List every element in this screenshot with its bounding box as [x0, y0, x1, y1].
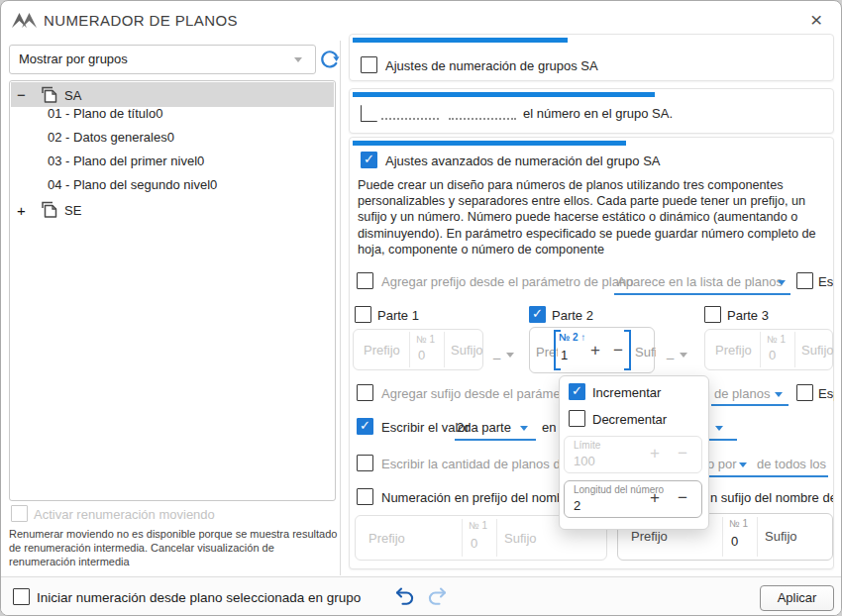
separator-value: _ [667, 345, 674, 359]
prefix-param-chevron-down-icon[interactable] [778, 280, 786, 285]
incr-decr-progress-bar [353, 92, 655, 97]
name-prefix-checkbox[interactable] [357, 488, 373, 505]
advanced-label: Ajustes avanzados de numeración del grup… [385, 154, 661, 168]
tree-item-sheet[interactable]: 04 - Plano del segundo nivel0 [48, 177, 217, 192]
limit-input[interactable]: 100 [574, 454, 595, 468]
write-value-chevron-down-icon[interactable] [520, 426, 528, 431]
separator-chevron-down-icon[interactable] [680, 353, 687, 358]
part1-suffix-input[interactable]: Sufijo [451, 343, 483, 358]
write-count-chevron-down-icon[interactable] [739, 462, 747, 467]
part3-label: Parte 3 [727, 308, 769, 323]
part3-prefix-input[interactable]: Prefijo [715, 343, 752, 358]
tree-group-se-label[interactable]: SE [64, 203, 81, 218]
tree-expander-se[interactable]: + [17, 202, 26, 219]
bottom-left-number-input[interactable]: 0 [471, 536, 477, 551]
limit-plus-button[interactable]: + [650, 444, 660, 463]
group-numbering-progress-bar [353, 38, 568, 43]
suffix-param-chevron-down-icon[interactable] [775, 392, 783, 397]
redo-icon[interactable] [425, 584, 449, 608]
limit-minus-button[interactable]: − [678, 444, 687, 463]
field-divider [760, 332, 761, 367]
tree-group-sa-label[interactable]: SA [64, 88, 81, 103]
move-renumber-checkbox[interactable] [11, 505, 28, 522]
write-count-checkbox[interactable] [357, 455, 373, 471]
part2-minus-button[interactable]: − [613, 341, 623, 360]
bottom-right-number-label: № 1 [729, 518, 748, 529]
prefix-param-extra-label: Es [818, 274, 833, 289]
part1-number-label: № 1 [416, 334, 435, 345]
write-value-dropdown[interactable]: 2da parte [457, 420, 511, 435]
bottom-right-suffix-input[interactable]: Sufijo [765, 529, 797, 544]
field-divider [496, 519, 497, 557]
view-mode-chevron-down-icon[interactable] [294, 57, 302, 62]
suffix-param-dropdown[interactable]: de planos [714, 386, 770, 401]
start-from-selected-checkbox[interactable] [13, 588, 30, 605]
part2-number-label: № 2 ↑ [559, 332, 585, 343]
number-length-plus-button[interactable]: + [650, 488, 660, 508]
refresh-icon[interactable] [317, 48, 342, 72]
part3-suffix-input[interactable]: Sufijo [801, 343, 834, 358]
tree-item-sheet[interactable]: 01 - Plano de título0 [48, 106, 162, 121]
part2-plus-button[interactable]: + [590, 341, 600, 360]
add-prefix-param-label: Agregar prefijo desde el parámetro de pl… [381, 274, 633, 289]
apply-button[interactable]: Aplicar [760, 585, 834, 611]
incr-decr-checkbox[interactable] [361, 105, 377, 122]
field-divider [722, 517, 723, 557]
app-logo-icon [11, 10, 38, 32]
prefix-param-dropdown[interactable]: Aparece en la lista de planos [617, 274, 783, 289]
part3-number-input[interactable]: 0 [769, 348, 776, 362]
part3-checkbox[interactable] [704, 306, 721, 323]
part1-checkbox[interactable] [355, 306, 371, 323]
suffix-param-extra-checkbox[interactable] [796, 384, 813, 401]
part1-label: Parte 1 [377, 308, 419, 323]
limit-label: Límite [574, 440, 600, 451]
suffix-param-underline [711, 404, 789, 406]
write-value-connector: en [542, 420, 556, 435]
move-renumber-label: Activar renumeración moviendo [34, 507, 215, 522]
close-icon[interactable]: × [810, 10, 822, 30]
tree-item-sheet[interactable]: 02 - Datos generales0 [48, 130, 174, 145]
group-numbering-checkbox[interactable] [361, 56, 377, 73]
add-prefix-param-checkbox[interactable] [357, 272, 373, 289]
tree-item-sheet[interactable]: 03 - Plano del primer nivel0 [48, 154, 204, 168]
bottom-left-prefix-input[interactable]: Prefijo [368, 531, 405, 546]
group-numbering-label: Ajustes de numeración de grupos SA [385, 58, 598, 73]
field-divider [444, 332, 445, 367]
write-count-end-fragment: de todos los [757, 457, 828, 471]
write-target-chevron-down-icon[interactable] [715, 426, 723, 431]
part2-label: Parte 2 [552, 308, 593, 323]
part2-number-input[interactable]: 1 [561, 348, 568, 362]
bottom-right-number-input[interactable]: 0 [731, 534, 738, 549]
tree-expander-sa[interactable]: − [17, 86, 26, 103]
start-from-selected-label: Iniciar numeración desde plano seleccion… [37, 590, 361, 605]
focus-bracket-right [624, 330, 631, 370]
part1-number-input[interactable]: 0 [418, 348, 425, 362]
bottom-right-prefix-input[interactable]: Prefijo [631, 529, 668, 544]
write-value-checkbox[interactable] [357, 418, 373, 435]
numerador-dialog: NUMERADOR DE PLANOS × Mostrar por grupos… [0, 0, 842, 616]
separator-chevron-down-icon[interactable] [506, 353, 514, 358]
incr-decr-faded-text [449, 118, 516, 120]
sheets-icon [39, 200, 58, 220]
undo-icon[interactable] [393, 584, 417, 608]
part2-suffix-input[interactable]: Sufijo [635, 345, 656, 359]
panel-divider [340, 41, 341, 575]
write-target-underline [709, 439, 737, 441]
decrement-checkbox[interactable] [569, 410, 585, 427]
increment-label: Incrementar [592, 385, 661, 400]
number-length-input[interactable]: 2 [574, 498, 580, 513]
number-length-minus-button[interactable]: − [678, 488, 687, 508]
increment-checkbox[interactable] [569, 383, 585, 400]
name-prefix-label: Numeración en prefijo del nombre [381, 490, 560, 505]
sheets-icon [39, 85, 58, 105]
bottom-left-suffix-input[interactable]: Sufijo [504, 531, 537, 546]
add-suffix-param-checkbox[interactable] [357, 384, 373, 401]
dialog-title: NUMERADOR DE PLANOS [44, 12, 238, 29]
part1-prefix-input[interactable]: Prefijo [364, 343, 400, 358]
prefix-param-extra-checkbox[interactable] [796, 272, 813, 289]
part2-checkbox[interactable] [529, 306, 546, 323]
name-suffix-fragment: n sufijo del nombre de [710, 490, 833, 505]
advanced-checkbox[interactable] [361, 152, 377, 168]
tree-row-sa-highlight[interactable] [11, 82, 334, 107]
suffix-param-extra-label: Esp [818, 386, 834, 401]
